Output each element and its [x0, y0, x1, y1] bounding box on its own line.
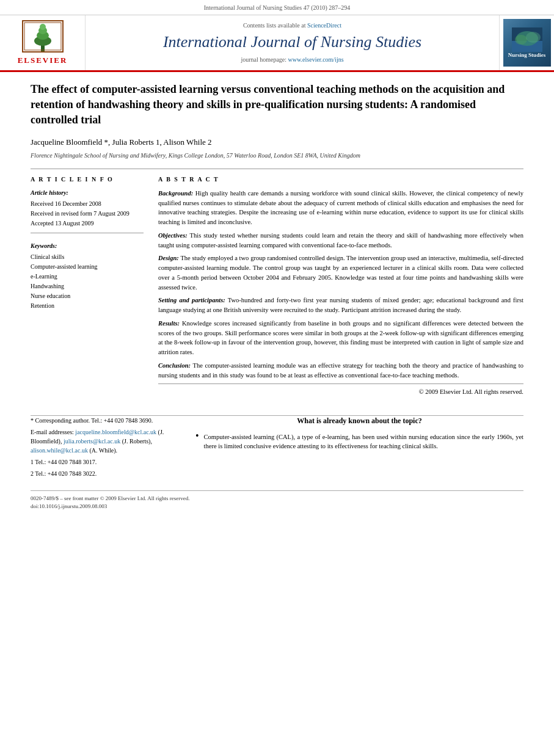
design-label: Design:	[158, 255, 179, 261]
abstract-objectives: Objectives: This study tested whether nu…	[158, 231, 523, 250]
sciencedirect-link[interactable]: ScienceDirect	[307, 22, 341, 29]
article-info-column: A R T I C L E I N F O Article history: R…	[31, 175, 144, 397]
abstract-background: Background: High quality health care dem…	[158, 189, 523, 227]
bullet-dot-icon: •	[195, 431, 199, 441]
footnotes-column: * Corresponding author. Tel.: +44 020 78…	[31, 416, 177, 481]
page-footer: 0020-7489/$ – see front matter © 2009 El…	[31, 490, 523, 510]
nursing-studies-badge: Nursing Studies	[503, 19, 551, 67]
svg-point-4	[40, 24, 46, 30]
email-footnote: E-mail addresses: jacqueline.bloomfield@…	[31, 427, 177, 455]
background-label: Background:	[158, 190, 193, 197]
journal-header-center: Contents lists available at ScienceDirec…	[86, 15, 499, 70]
homepage-link[interactable]: www.elsevier.com/ijns	[288, 56, 344, 63]
bottom-section: * Corresponding author. Tel.: +44 020 78…	[0, 416, 554, 481]
abstract-results: Results: Knowledge scores increased sign…	[158, 319, 523, 357]
elsevier-tree-icon	[21, 20, 64, 53]
article-body-columns: A R T I C L E I N F O Article history: R…	[31, 169, 523, 397]
results-label: Results:	[158, 320, 180, 327]
elsevier-text: ELSEVIER	[18, 55, 68, 66]
abstract-conclusion: Conclusion: The computer-assisted learni…	[158, 361, 523, 380]
note1-footnote: 1 Tel.: +44 020 7848 3017.	[31, 457, 177, 467]
footer-issn: 0020-7489/$ – see front matter © 2009 El…	[31, 495, 523, 503]
abstract-label: A B S T R A C T	[158, 175, 523, 184]
email1-link[interactable]: jacqueline.bloomfield@kcl.ac.uk	[75, 429, 156, 435]
badge-image-icon	[512, 27, 542, 52]
nursing-studies-badge-area: Nursing Studies	[499, 15, 554, 70]
keyword-4: Handwashing	[31, 282, 144, 291]
keyword-3: e-Learning	[31, 272, 144, 281]
note2-footnote: 2 Tel.: +44 020 7848 3022.	[31, 469, 177, 478]
svg-point-11	[526, 32, 541, 43]
keywords-label: Keywords:	[31, 242, 144, 250]
elsevier-logo-area: ELSEVIER	[0, 15, 86, 70]
known-topic-column: What is already known about the topic? •…	[195, 416, 523, 481]
abstract-setting: Setting and participants: Two-hundred an…	[158, 296, 523, 315]
history-label: Article history:	[31, 189, 144, 197]
footer-doi: doi:10.1016/j.ijnurstu.2009.08.003	[31, 503, 523, 511]
journal-homepage: journal homepage: www.elsevier.com/ijns	[241, 56, 343, 64]
bullet-item-1: • Computer-assisted learning (CAL), a ty…	[195, 432, 523, 452]
journal-header: ELSEVIER Contents lists available at Sci…	[0, 15, 554, 72]
info-divider	[31, 233, 144, 233]
journal-reference: International Journal of Nursing Studies…	[0, 0, 554, 15]
keyword-5: Nurse education	[31, 292, 144, 300]
article-title: The effect of computer-assisted learning…	[31, 82, 523, 128]
contents-line: Contents lists available at ScienceDirec…	[243, 21, 341, 30]
email3-link[interactable]: alison.while@kcl.ac.uk	[31, 447, 88, 454]
affiliation-line: Florence Nightingale School of Nursing a…	[31, 151, 523, 160]
keyword-2: Computer-assisted learning	[31, 263, 144, 271]
abstract-column: A B S T R A C T Background: High quality…	[158, 175, 523, 397]
main-content: The effect of computer-assisted learning…	[0, 72, 554, 415]
authors-line: Jacqueline Bloomfield *, Julia Roberts 1…	[31, 137, 523, 148]
revised-date: Received in revised form 7 August 2009	[31, 209, 144, 218]
corresponding-footnote: * Corresponding author. Tel.: +44 020 78…	[31, 416, 177, 425]
email2-link[interactable]: julia.roberts@kcl.ac.uk	[64, 438, 120, 445]
journal-title: International Journal of Nursing Studies	[163, 32, 421, 51]
article-info-label: A R T I C L E I N F O	[31, 175, 144, 184]
svg-point-10	[515, 35, 527, 45]
badge-title-text: Nursing Studies	[508, 52, 545, 59]
copyright-line: © 2009 Elsevier Ltd. All rights reserved…	[158, 383, 523, 397]
known-topic-title: What is already known about the topic?	[195, 416, 523, 426]
elsevier-logo: ELSEVIER	[18, 20, 68, 66]
objectives-label: Objectives:	[158, 232, 188, 239]
received-date: Received 16 December 2008	[31, 200, 144, 208]
keyword-1: Clinical skills	[31, 253, 144, 261]
conclusion-label: Conclusion:	[158, 362, 191, 369]
abstract-design: Design: The study employed a two group r…	[158, 253, 523, 292]
accepted-date: Accepted 13 August 2009	[31, 219, 144, 228]
setting-label: Setting and participants:	[158, 297, 225, 303]
keyword-6: Retention	[31, 302, 144, 310]
